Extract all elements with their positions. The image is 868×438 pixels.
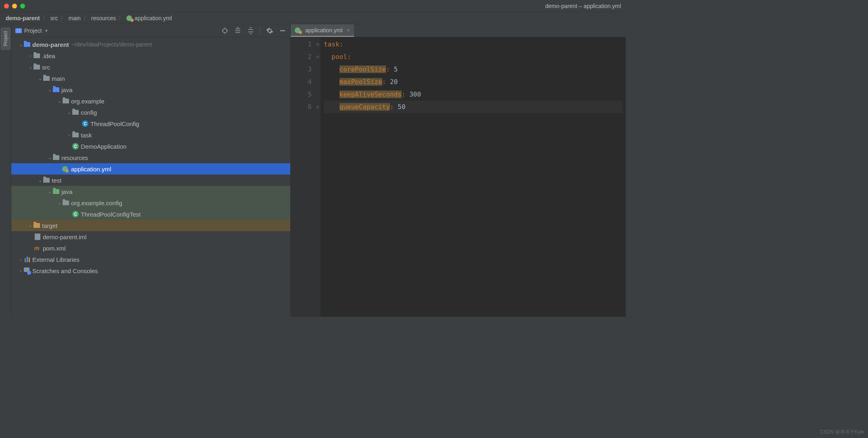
tree-src[interactable]: ⌄ src [11, 61, 290, 73]
hide-icon[interactable] [279, 27, 286, 34]
tree-external-libraries[interactable]: › External Libraries [11, 254, 290, 265]
breadcrumb-main[interactable]: main [68, 15, 80, 21]
folder-icon [34, 65, 40, 69]
tree-label: task [81, 132, 92, 139]
chevron-down-icon[interactable]: ⌄ [47, 87, 52, 93]
tree-label: Scratches and Consoles [32, 267, 98, 274]
breadcrumb-resources[interactable]: resources [91, 15, 116, 21]
collapse-all-icon[interactable] [247, 27, 254, 34]
folder-icon [43, 178, 50, 183]
breadcrumb-root[interactable]: demo-parent [6, 15, 40, 21]
tree-test-package[interactable]: ⌄ org.example.config [11, 197, 290, 208]
editor-tab-bar: application.yml × [291, 24, 626, 37]
gear-icon[interactable] [266, 27, 273, 34]
code-area[interactable]: task: pool: corePoolSize: 5 maxPoolSize:… [321, 37, 626, 317]
chevron-down-icon[interactable]: ⌄ [47, 155, 52, 160]
test-source-folder-icon [53, 189, 59, 194]
tree-task-pkg[interactable]: › task [11, 129, 290, 141]
tree-java[interactable]: ⌄ java [11, 84, 290, 95]
breadcrumb-file[interactable]: application.yml [126, 15, 172, 21]
tree-label: src [42, 64, 50, 71]
chevron-down-icon[interactable]: ⌄ [37, 76, 43, 81]
chevron-down-icon[interactable]: ⌄ [27, 65, 33, 70]
spring-class-icon: C [72, 143, 79, 150]
code-line: task: [324, 38, 623, 51]
tree-target[interactable]: › target [11, 220, 290, 231]
project-tool-tab[interactable]: Project [1, 27, 10, 50]
chevron-down-icon[interactable]: ⌄ [57, 200, 62, 206]
breadcrumb: demo-parent 〉 src 〉 main 〉 resources 〉 a… [0, 12, 626, 24]
chevron-down-icon[interactable]: ⌄ [66, 110, 72, 115]
tree-label: target [42, 222, 57, 229]
tree-idea[interactable]: › .idea [11, 50, 290, 61]
chevron-right-icon[interactable]: › [18, 268, 23, 273]
locate-icon[interactable] [221, 27, 229, 34]
module-icon [24, 42, 30, 47]
project-view-icon [15, 28, 22, 33]
tree-root[interactable]: ⌄ demo-parent ~/dev/IdeaProjects/demo-pa… [11, 39, 290, 50]
tree-test[interactable]: ⌄ test [11, 175, 290, 186]
chevron-right-icon: 〉 [118, 15, 124, 22]
fold-end-icon[interactable]: ⊟ [315, 101, 321, 113]
chevron-right-icon: 〉 [42, 15, 48, 22]
chevron-right-icon[interactable]: › [27, 223, 33, 228]
code-line: queueCapacity: 50 [324, 101, 623, 113]
fold-icon[interactable]: ⊟ [315, 51, 321, 63]
minimize-window-icon[interactable] [12, 4, 17, 8]
maximize-window-icon[interactable] [20, 4, 25, 8]
tree-label: demo-parent [32, 41, 69, 48]
tree-label: org.example [71, 98, 105, 105]
chevron-down-icon[interactable]: ⌄ [18, 42, 23, 47]
folder-icon [43, 76, 50, 81]
iml-file-icon [35, 234, 40, 240]
line-number: 2 [291, 51, 312, 63]
tool-window-bar: Project [0, 24, 11, 317]
tree-package[interactable]: ⌄ org.example [11, 95, 290, 107]
yaml-file-icon [126, 15, 133, 21]
yaml-file-icon [295, 27, 301, 34]
chevron-right-icon[interactable]: › [27, 53, 33, 58]
tree-label: main [52, 75, 65, 82]
tree-test-java[interactable]: ⌄ java [11, 186, 290, 197]
code-line: maxPoolSize: 20 [324, 76, 623, 88]
code-line: corePoolSize: 5 [324, 63, 623, 76]
tree-config-pkg[interactable]: ⌄ config [11, 107, 290, 118]
titlebar: demo-parent – application.yml [0, 0, 626, 12]
tree-test-class[interactable]: C ThreadPoolConfigTest [11, 208, 290, 220]
tree-demoapp-class[interactable]: C DemoApplication [11, 141, 290, 152]
chevron-right-icon: 〉 [83, 15, 89, 22]
project-panel-header: Project ▼ [11, 24, 290, 37]
tree-scratches[interactable]: › Scratches and Consoles [11, 265, 290, 276]
project-tree[interactable]: ⌄ demo-parent ~/dev/IdeaProjects/demo-pa… [11, 37, 290, 317]
tree-label: config [81, 109, 97, 116]
close-tab-icon[interactable]: × [347, 27, 350, 34]
tree-resources[interactable]: ⌄ resources [11, 152, 290, 163]
chevron-down-icon[interactable]: ⌄ [57, 99, 62, 104]
tree-iml[interactable]: demo-parent.iml [11, 231, 290, 242]
fold-icon[interactable]: ⊟ [315, 38, 321, 51]
chevron-right-icon[interactable]: › [66, 133, 72, 137]
editor-body[interactable]: 1 2 3 4 5 6 ⊟ ⊟ ⊟ task: pool: corePoolSi… [291, 37, 626, 317]
tree-label: resources [61, 154, 88, 161]
library-icon [25, 257, 30, 262]
expand-all-icon[interactable] [234, 27, 241, 34]
tree-application-yml[interactable]: application.yml [11, 163, 290, 175]
chevron-down-icon[interactable]: ⌄ [47, 189, 52, 194]
chevron-right-icon[interactable]: › [18, 257, 23, 262]
editor-tab-application-yml[interactable]: application.yml × [291, 24, 354, 37]
editor-panel: application.yml × 1 2 3 4 5 6 ⊟ ⊟ ⊟ [291, 24, 626, 317]
folder-icon [34, 53, 40, 58]
dropdown-icon[interactable]: ▼ [44, 28, 49, 33]
package-icon [72, 110, 79, 115]
breadcrumb-src[interactable]: src [50, 15, 58, 21]
tree-label: java [61, 86, 73, 93]
tree-main[interactable]: ⌄ main [11, 73, 290, 84]
close-window-icon[interactable] [4, 4, 9, 8]
chevron-down-icon[interactable]: ⌄ [37, 178, 43, 183]
code-line: pool: [324, 51, 623, 63]
tree-threadpool-class[interactable]: C ThreadPoolConfig [11, 118, 290, 129]
divider [260, 27, 260, 34]
tree-label: demo-parent.iml [43, 234, 86, 240]
package-icon [72, 133, 79, 137]
tree-pom[interactable]: m pom.xml [11, 242, 290, 254]
